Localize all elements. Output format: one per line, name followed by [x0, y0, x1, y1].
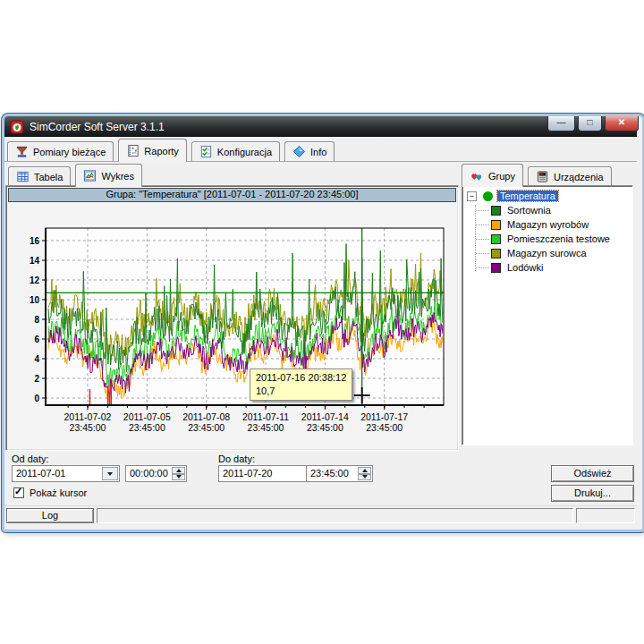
chart-title-bar: Grupa: "Temperatura" [2011-07-01 - 2011-… — [8, 188, 456, 202]
tree-item-lodowki[interactable]: Lodówki — [464, 260, 631, 275]
main-tab-bar: Pomiary bieżące Raporty Konfiguracja — [4, 140, 637, 162]
status-panel-right — [576, 508, 635, 523]
tab-raporty[interactable]: Raporty — [118, 139, 187, 162]
to-date-label: Do daty: — [218, 453, 255, 464]
tree-item-label: Lodówki — [507, 262, 543, 273]
refresh-button[interactable]: Odśwież — [551, 465, 634, 482]
app-icon[interactable] — [10, 120, 24, 134]
from-time-value: 00:00:00 — [130, 468, 168, 479]
x-tick-label: 2011-07-05 — [123, 411, 171, 422]
y-tick-label: 2 — [34, 374, 39, 384]
status-panel — [97, 508, 573, 523]
y-tick-label: 4 — [34, 354, 39, 364]
side-tab-bar: Grupy Urządzenia — [462, 164, 616, 186]
series-color-swatch — [491, 206, 501, 216]
report-chart-panel: Grupa: "Temperatura" [2011-07-01 - 2011-… — [5, 185, 459, 451]
x-tick-label: 2011-07-11 — [242, 411, 289, 422]
x-tick-label: 23:45:00 — [366, 422, 402, 433]
spin-up-icon[interactable] — [358, 467, 371, 474]
tree-root-row[interactable]: − Temperatura — [464, 189, 631, 203]
spin-down-icon[interactable] — [172, 474, 185, 481]
tab-tabela[interactable]: Tabela — [8, 166, 71, 186]
tab-label: Konfiguracja — [217, 147, 272, 157]
series-color-swatch — [491, 220, 501, 230]
tree-item-temperatura[interactable]: Temperatura — [497, 191, 558, 201]
x-tick-label: 23:45:00 — [70, 422, 106, 433]
check-icon: ✓ — [14, 486, 22, 497]
tab-label: Info — [310, 147, 326, 157]
view-tab-bar: Tabela Wykres — [8, 165, 147, 186]
tree-collapse-toggle[interactable]: − — [467, 191, 477, 201]
x-tick-label: 23:45:00 — [248, 422, 284, 433]
tab-label: Pomiary bieżące — [33, 147, 106, 157]
spin-up-icon[interactable] — [172, 467, 185, 474]
to-date-value: 2011-07-20 — [223, 468, 272, 479]
series-color-swatch — [491, 263, 501, 273]
from-time-spinner[interactable]: 00:00:00 — [125, 465, 187, 482]
show-cursor-checkbox[interactable]: ✓ — [13, 487, 24, 498]
report-chart[interactable]: 02468101214162011-07-0223:45:002011-07-0… — [8, 203, 456, 450]
tab-pomiary-biezace[interactable]: Pomiary bieżące — [7, 141, 114, 161]
y-tick-label: 12 — [30, 275, 40, 285]
x-tick-label: 23:45:00 — [129, 422, 165, 433]
chart-icon — [83, 169, 97, 182]
chevron-down-icon[interactable] — [102, 467, 118, 480]
y-tick-label: 10 — [30, 295, 40, 305]
minimize-button[interactable]: — — [547, 116, 575, 131]
to-time-value: 23:45:00 — [310, 468, 349, 479]
tree-item-label: Pomieszczenia testowe — [507, 233, 610, 244]
tree-item-magazyn-surowca[interactable]: Magazyn surowca — [464, 246, 631, 260]
series-color-swatch — [491, 234, 501, 244]
title-bar[interactable]: SimCorder Soft Server 3.1.1 — [4, 116, 637, 137]
tree-item-label: Sortownia — [507, 205, 551, 216]
status-bar: Log — [4, 505, 637, 525]
tab-label: Urządzenia — [554, 172, 604, 182]
report-icon — [126, 144, 140, 157]
spin-down-icon[interactable] — [358, 474, 371, 481]
tab-label: Tabela — [34, 172, 63, 182]
tab-wykres[interactable]: Wykres — [75, 164, 142, 187]
x-tick-label: 2011-07-02 — [64, 411, 112, 422]
log-button[interactable]: Log — [6, 508, 94, 523]
y-tick-label: 14 — [30, 256, 40, 266]
tree-item-sortownia[interactable]: Sortownia — [464, 203, 631, 217]
from-date-label: Od daty: — [12, 453, 49, 464]
y-tick-label: 8 — [34, 315, 39, 325]
maximize-button[interactable]: □ — [578, 116, 602, 131]
y-tick-label: 6 — [34, 335, 39, 344]
config-icon — [199, 145, 213, 158]
window-title: SimCorder Soft Server 3.1.1 — [30, 121, 165, 133]
tooltip-date: 2011-07-16 20:38:12 — [256, 371, 346, 385]
tab-grupy[interactable]: Grupy — [462, 164, 523, 187]
x-tick-label: 23:45:00 — [188, 422, 225, 433]
to-time-spinner[interactable]: 23:45:00 — [306, 465, 373, 482]
group-color-dot — [483, 191, 493, 201]
groups-icon — [470, 169, 484, 182]
tree-item-label: Magazyn wyrobów — [507, 219, 589, 230]
tab-label: Raporty — [144, 146, 179, 157]
tab-info[interactable]: Info — [284, 141, 335, 161]
cursor-tooltip: 2011-07-16 20:38:12 10,7 — [250, 369, 352, 401]
tree-item-pomieszczenia-testowe[interactable]: Pomieszczenia testowe — [464, 232, 631, 246]
tooltip-value: 10,7 — [256, 385, 346, 398]
info-icon — [292, 145, 306, 158]
x-tick-label: 2011-07-08 — [182, 411, 230, 422]
y-tick-label: 16 — [30, 236, 40, 246]
y-tick-label: 0 — [34, 394, 39, 403]
table-icon — [16, 170, 30, 183]
from-date-value: 2011-07-01 — [16, 468, 65, 479]
from-date-combo[interactable]: 2011-07-01 — [12, 465, 120, 482]
tab-label: Grupy — [488, 171, 515, 182]
x-tick-label: 23:45:00 — [307, 422, 343, 433]
tree-item-magazyn-wyrobow[interactable]: Magazyn wyrobów — [464, 217, 631, 232]
x-tick-label: 2011-07-14 — [301, 411, 349, 422]
tree-item-label: Magazyn surowca — [507, 248, 587, 258]
series-color-swatch — [491, 249, 501, 258]
groups-tree: − Temperatura Sortownia Magazyn wyrobów … — [462, 185, 633, 445]
device-icon — [536, 170, 549, 183]
app-window: SimCorder Soft Server 3.1.1 — □ ✕ Pomiar… — [2, 114, 644, 532]
tab-konfiguracja[interactable]: Konfiguracja — [191, 141, 280, 161]
tab-urzadzenia[interactable]: Urządzenia — [528, 166, 612, 186]
print-button[interactable]: Drukuj... — [551, 485, 634, 502]
close-button[interactable]: ✕ — [605, 116, 639, 131]
